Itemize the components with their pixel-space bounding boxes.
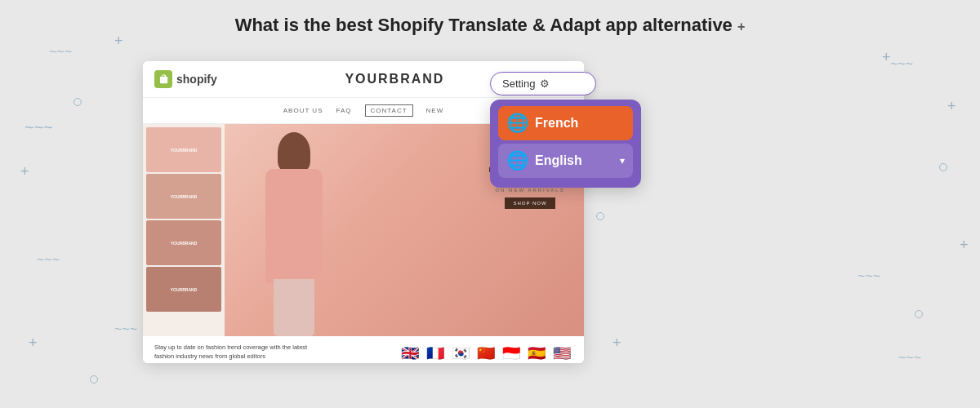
nav-new: NEW xyxy=(426,107,444,114)
deco-wave-1: ~~~ xyxy=(49,45,72,60)
deco-plus-6: + xyxy=(960,237,969,254)
deco-plus-3: + xyxy=(29,335,38,352)
flag-es[interactable]: 🇪🇸 xyxy=(526,343,547,363)
deco-dot-5 xyxy=(915,310,923,318)
settings-label: Setting xyxy=(502,78,535,90)
french-globe-icon: 🌐 xyxy=(506,113,528,134)
english-option[interactable]: 🌐 English ▾ xyxy=(498,144,633,178)
thumb-4: YOURBRAND xyxy=(146,267,221,312)
deco-dot-1 xyxy=(74,98,82,106)
settings-bar[interactable]: Setting ⚙ xyxy=(490,72,596,95)
deco-wave-2: ~~~ xyxy=(24,118,53,137)
deco-wave-7: ~~~ xyxy=(898,351,921,366)
hero-thumbnails: YOURBRAND YOURBRAND YOURBRAND YOURBRAND xyxy=(143,124,225,336)
nav-faq: FAQ xyxy=(336,107,351,114)
deco-wave-4: ~~~ xyxy=(114,322,137,337)
deco-plus-1: + xyxy=(114,33,123,50)
footer-text: Stay up to date on fashion trend coverag… xyxy=(154,343,318,361)
deco-dot-3 xyxy=(596,212,604,220)
flag-uk[interactable]: 🇬🇧 xyxy=(399,343,421,363)
model-figure xyxy=(241,132,347,336)
footer-flags: 🇬🇧 🇫🇷 🇰🇷 🇨🇳 🇮🇩 🇪🇸 🇺🇸 xyxy=(399,343,572,363)
english-globe-icon: 🌐 xyxy=(506,150,528,171)
flag-us[interactable]: 🇺🇸 xyxy=(551,343,572,363)
title-plus: + xyxy=(737,20,745,33)
shopify-logo-text: shopify xyxy=(176,73,217,86)
flag-cn[interactable]: 🇨🇳 xyxy=(475,343,497,363)
thumb-2: YOURBRAND xyxy=(146,174,221,219)
french-option[interactable]: 🌐 French xyxy=(498,106,633,140)
english-label: English xyxy=(535,153,582,168)
deco-plus-4: + xyxy=(612,335,621,352)
flag-kr[interactable]: 🇰🇷 xyxy=(450,343,471,363)
shopify-logo: shopify xyxy=(154,70,217,88)
deco-dot-2 xyxy=(90,375,98,384)
shop-now-button[interactable]: SHOP NOW xyxy=(505,197,555,209)
deco-plus-2: + xyxy=(20,163,29,180)
chevron-down-icon: ▾ xyxy=(620,155,625,166)
flag-fr[interactable]: 🇫🇷 xyxy=(425,343,446,363)
deco-wave-5: ~~~ xyxy=(890,57,913,72)
thumb-3: YOURBRAND xyxy=(146,220,221,265)
deco-dot-4 xyxy=(939,163,947,171)
deco-wave-3: ~~~ xyxy=(37,253,60,268)
deco-plus-5: + xyxy=(947,98,956,115)
thumb-1: YOURBRAND xyxy=(146,127,221,172)
on-new-arrivals: ON NEW ARRIVALS xyxy=(488,188,572,193)
shopify-bag-icon xyxy=(154,70,172,88)
flag-id[interactable]: 🇮🇩 xyxy=(501,343,522,363)
language-dropdown: 🌐 French 🌐 English ▾ xyxy=(490,100,641,188)
nav-contact: CONTACT xyxy=(365,104,413,117)
mockup-footer: Stay up to date on fashion trend coverag… xyxy=(143,336,584,363)
settings-popup: Setting ⚙ 🌐 French 🌐 English ▾ xyxy=(490,72,641,188)
deco-wave-6: ~~~ xyxy=(858,269,880,284)
page-title: What is the best Shopify Translate & Ada… xyxy=(235,15,746,36)
deco-plus-title: + xyxy=(882,49,891,66)
nav-about: ABOUT US xyxy=(283,107,323,114)
gear-icon: ⚙ xyxy=(540,78,550,90)
french-label: French xyxy=(535,116,578,131)
